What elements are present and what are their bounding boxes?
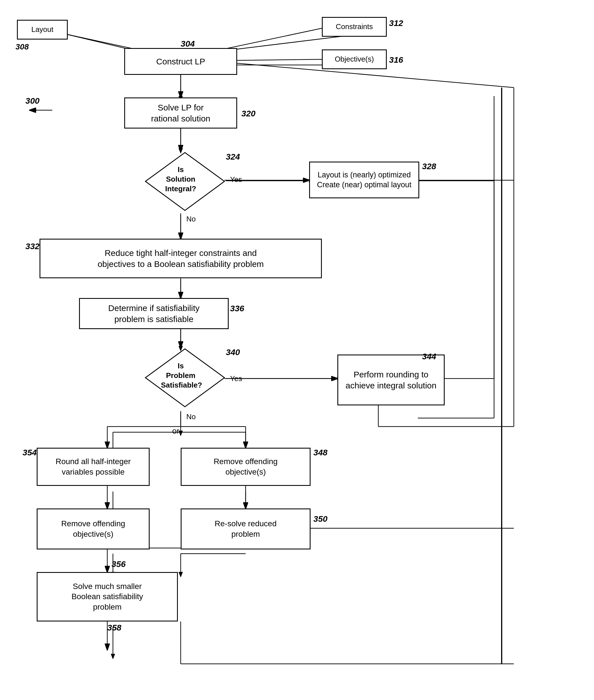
no-label-integral: No bbox=[186, 215, 196, 223]
yes-label-integral: Yes bbox=[230, 175, 242, 184]
label-300: 300 bbox=[25, 96, 39, 106]
solve-lp-box: Solve LP for rational solution bbox=[124, 97, 237, 129]
round-half-box: Round all half-integer variables possibl… bbox=[37, 448, 150, 486]
label-332: 332 bbox=[25, 242, 39, 251]
arrow-300 bbox=[24, 104, 58, 116]
constraints-input-box: Constraints bbox=[322, 17, 387, 37]
label-354: 354 bbox=[23, 448, 37, 457]
label-336: 336 bbox=[230, 304, 244, 313]
label-316: 316 bbox=[389, 55, 403, 65]
determine-box: Determine if satisfiability problem is s… bbox=[79, 298, 229, 329]
yes-label-satisfiable: Yes bbox=[230, 374, 242, 383]
flowchart-diagram: 300 Layout 308 Constraints 312 Objective… bbox=[0, 0, 594, 700]
layout-input-box: Layout bbox=[17, 20, 68, 39]
label-340: 340 bbox=[226, 347, 240, 357]
label-320: 320 bbox=[241, 109, 256, 118]
label-344: 344 bbox=[422, 352, 436, 361]
svg-marker-33 bbox=[179, 572, 183, 577]
label-324: 324 bbox=[226, 152, 240, 162]
svg-marker-35 bbox=[111, 654, 115, 659]
right-loop-line bbox=[501, 88, 502, 664]
is-integral-diamond: IsSolutionIntegral? bbox=[144, 151, 218, 208]
label-358: 358 bbox=[107, 623, 122, 633]
remove-offending-1-box: Remove offending objective(s) bbox=[181, 448, 310, 486]
objectives-input-box: Objective(s) bbox=[322, 50, 387, 69]
or-label: or bbox=[172, 426, 179, 436]
svg-marker-18 bbox=[179, 431, 183, 436]
no-label-satisfiable: No bbox=[186, 412, 196, 421]
solve-boolean-box: Solve much smaller Boolean satisfiabilit… bbox=[37, 572, 178, 622]
label-308: 308 bbox=[15, 42, 29, 52]
perform-rounding-box: Perform rounding to achieve integral sol… bbox=[337, 354, 444, 405]
label-312: 312 bbox=[389, 19, 403, 28]
re-solve-box: Re-solve reduced problem bbox=[181, 508, 310, 549]
label-350: 350 bbox=[314, 514, 328, 524]
reduce-box: Reduce tight half-integer constraints an… bbox=[39, 239, 322, 278]
remove-offending-2-box: Remove offending objective(s) bbox=[37, 508, 150, 549]
label-348: 348 bbox=[314, 448, 328, 457]
optimized-box: Layout is (nearly) optimized Create (nea… bbox=[309, 162, 419, 198]
label-356: 356 bbox=[111, 559, 126, 569]
label-304: 304 bbox=[181, 39, 195, 49]
construct-lp-box: Construct LP bbox=[124, 48, 237, 75]
is-satisfiable-diamond: IsProblemSatisfiable? bbox=[144, 347, 218, 404]
label-328: 328 bbox=[422, 162, 436, 171]
